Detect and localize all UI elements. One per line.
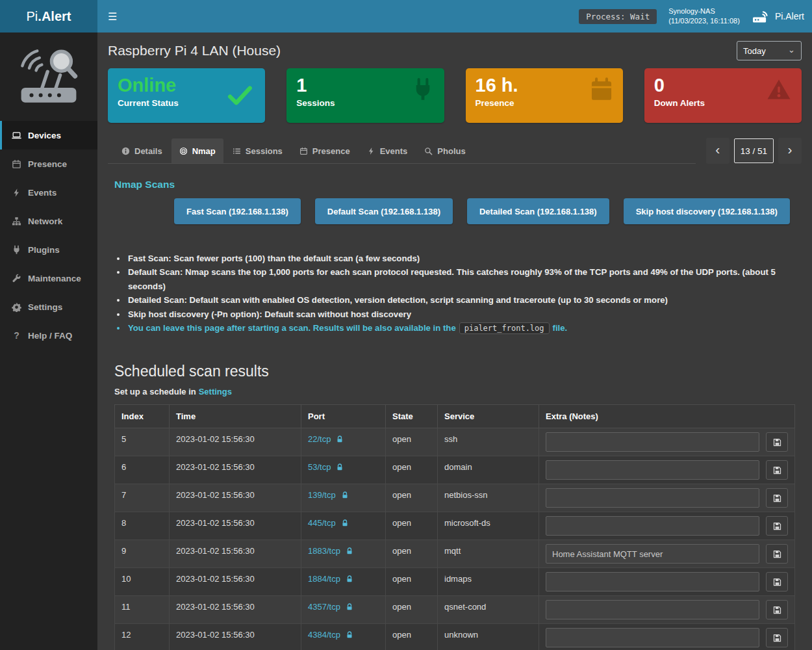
settings-link[interactable]: Settings <box>199 387 232 396</box>
floppy-icon <box>772 493 782 503</box>
sidebar-logo <box>0 32 97 121</box>
cell-notes <box>539 540 795 568</box>
detailed-scan-button[interactable]: Detailed Scan (192.168.1.138) <box>467 198 609 224</box>
port-text: 1883/tcp <box>308 546 340 556</box>
cell-time: 2023-01-02 15:56:30 <box>170 484 301 512</box>
plug-icon <box>411 77 435 102</box>
cell-port: 1883/tcp <box>301 540 386 568</box>
port-link[interactable]: 1884/tcp <box>308 574 353 584</box>
skip-host-discovery-button[interactable]: Skip host discovery (192.168.1.138) <box>624 198 790 224</box>
sidebar-item-plugins[interactable]: Plugins <box>0 235 97 264</box>
scan-results-table: Index Time Port State Service Extra (Not… <box>114 404 795 650</box>
save-note-button[interactable] <box>766 628 788 647</box>
warning-icon <box>765 77 793 102</box>
note-input[interactable] <box>546 460 759 480</box>
cell-state: open <box>386 568 438 596</box>
cell-service: mqtt <box>438 540 539 568</box>
host-timestamp: (11/03/2023, 16:11:08) <box>668 16 740 26</box>
tab-presence[interactable]: Presence <box>292 138 358 163</box>
cell-index: 9 <box>115 540 170 568</box>
user-menu[interactable]: Pi.Alert <box>752 9 804 24</box>
brand-logo[interactable]: Pi.Alert <box>0 0 97 32</box>
port-link[interactable]: 4357/tcp <box>308 602 353 612</box>
scan-buttons: Fast Scan (192.168.1.138) Default Scan (… <box>174 198 795 224</box>
cell-state: open <box>386 512 438 540</box>
cell-index: 7 <box>115 484 170 512</box>
sidebar-item-label: Devices <box>28 131 61 140</box>
sidebar-item-help[interactable]: ? Help / FAQ <box>0 321 97 350</box>
port-link[interactable]: 22/tcp <box>308 434 344 444</box>
note-input[interactable] <box>546 544 759 564</box>
pialert-app: Pi.Alert ☰ Process: Wait Synology-NAS (1… <box>0 0 812 650</box>
tab-nmap[interactable]: Nmap <box>171 138 223 163</box>
top-bar: Pi.Alert ☰ Process: Wait Synology-NAS (1… <box>0 0 812 32</box>
radar-icon <box>179 147 188 155</box>
save-note-button[interactable] <box>766 600 788 619</box>
sidebar-item-devices[interactable]: Devices <box>0 121 97 150</box>
chevron-down-icon: ⌄ <box>788 45 795 55</box>
tab-label: Pholus <box>437 146 465 156</box>
schedule-hint-text: Set up a schedule in <box>114 387 196 396</box>
port-link[interactable]: 53/tcp <box>308 462 344 472</box>
cell-time: 2023-01-02 15:56:30 <box>170 456 301 484</box>
cell-state: open <box>386 624 438 650</box>
summary-cards: Online Current Status 1 Sessions 16 h. P… <box>108 68 802 123</box>
results-heading: Scheduled scan results <box>114 363 795 380</box>
port-link[interactable]: 4384/tcp <box>308 630 353 640</box>
save-note-button[interactable] <box>766 516 788 536</box>
period-select[interactable]: Today ⌄ <box>737 41 802 60</box>
table-row: 7 2023-01-02 15:56:30 139/tcp open netbi… <box>115 484 795 512</box>
device-pager: ‹ 13 / 51 › <box>706 138 802 164</box>
save-note-button[interactable] <box>766 432 788 452</box>
cell-service: microsoft-ds <box>438 512 539 540</box>
sidebar-item-presence[interactable]: Presence <box>0 150 97 178</box>
cell-service: idmaps <box>438 568 539 596</box>
port-link[interactable]: 139/tcp <box>308 490 349 500</box>
sidebar-item-settings[interactable]: Settings <box>0 292 97 321</box>
cell-service: netbios-ssn <box>438 484 539 512</box>
column-header: Index <box>115 405 170 428</box>
lock-icon <box>341 519 349 527</box>
sidebar-nav: Devices Presence Events <box>0 121 97 350</box>
fast-scan-button[interactable]: Fast Scan (192.168.1.138) <box>174 198 301 224</box>
save-note-button[interactable] <box>766 544 788 564</box>
info-icon <box>121 147 130 155</box>
next-device-button[interactable]: › <box>778 138 802 164</box>
port-link[interactable]: 445/tcp <box>308 518 349 528</box>
tab-details[interactable]: Details <box>114 138 170 163</box>
log-note-text: You can leave this page after starting a… <box>128 323 456 333</box>
cell-port: 445/tcp <box>301 512 386 540</box>
top-nav: ☰ Process: Wait Synology-NAS (11/03/2023… <box>97 0 812 32</box>
sidebar-item-maintenance[interactable]: Maintenance <box>0 264 97 292</box>
save-note-button[interactable] <box>766 460 788 480</box>
hamburger-menu-icon[interactable]: ☰ <box>108 10 117 23</box>
save-note-button[interactable] <box>766 488 788 508</box>
scan-note: Skip host discovery (-Pn option): Defaul… <box>127 307 795 321</box>
cell-service: domain <box>438 456 539 484</box>
port-text: 4357/tcp <box>308 602 340 612</box>
chevron-right-icon: › <box>788 142 793 157</box>
sidebar-item-label: Maintenance <box>28 274 81 283</box>
cell-service: qsnet-cond <box>438 596 539 624</box>
column-header: State <box>386 405 438 428</box>
note-input[interactable] <box>546 600 759 619</box>
floppy-icon <box>772 549 782 559</box>
table-row: 8 2023-01-02 15:56:30 445/tcp open micro… <box>115 512 795 540</box>
note-input[interactable] <box>546 516 759 536</box>
note-input[interactable] <box>546 628 759 647</box>
default-scan-button[interactable]: Default Scan (192.168.1.138) <box>315 198 453 224</box>
note-input[interactable] <box>546 432 759 452</box>
nas-icon <box>752 9 769 24</box>
sidebar-item-events[interactable]: Events <box>0 178 97 207</box>
note-input[interactable] <box>546 572 759 592</box>
port-link[interactable]: 1883/tcp <box>308 546 353 556</box>
cell-index: 6 <box>115 456 170 484</box>
tab-sessions[interactable]: Sessions <box>225 138 290 163</box>
tab-events[interactable]: Events <box>359 138 416 163</box>
note-input[interactable] <box>546 488 759 508</box>
prev-device-button[interactable]: ‹ <box>706 138 730 164</box>
sidebar-item-network[interactable]: Network <box>0 207 97 235</box>
brand-prefix: Pi <box>27 9 38 24</box>
tab-pholus[interactable]: Pholus <box>416 138 473 163</box>
save-note-button[interactable] <box>766 572 788 592</box>
